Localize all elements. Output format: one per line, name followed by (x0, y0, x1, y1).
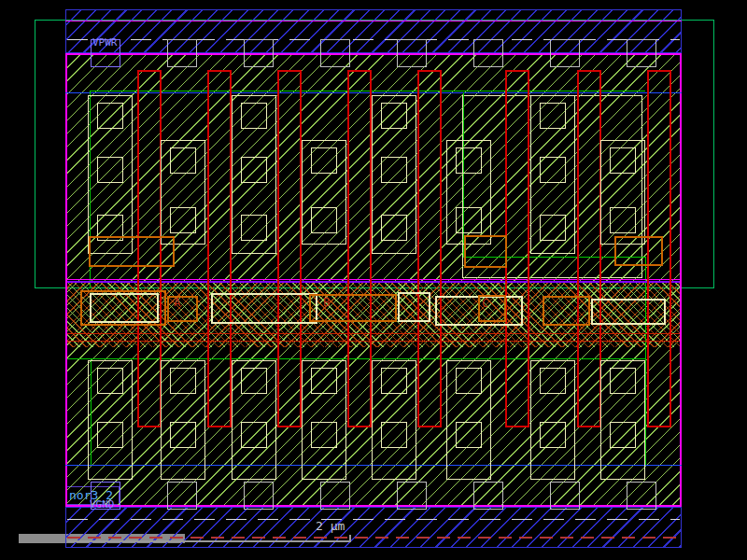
contact-square (170, 147, 196, 174)
tap-contact (167, 482, 197, 510)
contact-square (540, 157, 566, 183)
poly-gate (277, 70, 302, 427)
scale-ruler (67, 540, 351, 542)
tap-contact (473, 39, 503, 67)
pin-label-B: B (323, 297, 334, 308)
li-strap-box (614, 236, 663, 266)
contact-square (540, 103, 566, 129)
contact-square (241, 368, 267, 394)
contact-square (170, 207, 196, 233)
li-contact-box (591, 299, 666, 325)
contact-square (610, 147, 636, 174)
contact-square (540, 368, 566, 394)
poly-gate (207, 70, 232, 427)
vpwr-label: VPWR (92, 37, 118, 48)
tap-contact (244, 482, 274, 510)
contact-square (540, 215, 566, 241)
poly-gate (347, 70, 372, 427)
contact-square (456, 422, 482, 448)
contact-square (456, 147, 482, 174)
li-contact-box (211, 293, 317, 324)
li-contact-box (398, 292, 430, 322)
contact-square (241, 215, 267, 241)
poly-gate (505, 70, 529, 427)
poly-gate (577, 70, 601, 427)
contact-square (456, 368, 482, 394)
tap-contact (397, 39, 427, 67)
metal-stripe (65, 21, 682, 21)
contact-square (170, 368, 196, 394)
contact-square (241, 157, 267, 183)
li-contact-box (90, 293, 159, 323)
li-strap-box (89, 236, 175, 267)
tap-contact (627, 482, 656, 510)
layout-canvas[interactable]: ABCVPWR VGND nor3_2 2 μm (0, 0, 747, 560)
metal-edge-line (67, 537, 682, 539)
rail-contact-line (67, 519, 680, 520)
tap-contact (320, 482, 350, 510)
contact-square (241, 103, 267, 129)
contact-square (97, 368, 123, 394)
contact-square (97, 103, 123, 129)
contact-square (381, 422, 407, 448)
contact-square (170, 422, 196, 448)
tap-contact (167, 39, 197, 67)
contact-square (241, 422, 267, 448)
implant-line (645, 358, 646, 465)
pin-label-C: C (482, 298, 493, 309)
contact-square (381, 215, 407, 241)
contact-square (610, 207, 636, 233)
tap-contact (473, 482, 503, 510)
tap-contact (397, 482, 427, 510)
contact-square (97, 157, 123, 183)
tap-contact (244, 39, 274, 67)
rail-contact-line (67, 39, 680, 40)
pin-label-A: A (174, 297, 185, 308)
contact-square (381, 368, 407, 394)
poly-gate (417, 70, 442, 427)
contact-square (311, 207, 337, 233)
power-rail (65, 9, 682, 53)
contact-square (381, 157, 407, 183)
li-contact-box (543, 296, 590, 326)
tap-contact (550, 39, 580, 67)
contact-square (311, 368, 337, 394)
contact-square (97, 422, 123, 448)
contact-square (610, 368, 636, 394)
contact-square (610, 422, 636, 448)
contact-square (381, 103, 407, 129)
tap-contact (320, 39, 350, 67)
li-strap-box (464, 235, 507, 268)
cell-name-label: nor3_2 (69, 489, 113, 501)
contact-square (311, 422, 337, 448)
contact-square (456, 207, 482, 233)
contact-square (311, 147, 337, 174)
tap-contact (550, 482, 580, 510)
contact-square (540, 422, 566, 448)
scale-bar-label: 2 μm (316, 520, 345, 532)
tap-contact (627, 39, 656, 67)
